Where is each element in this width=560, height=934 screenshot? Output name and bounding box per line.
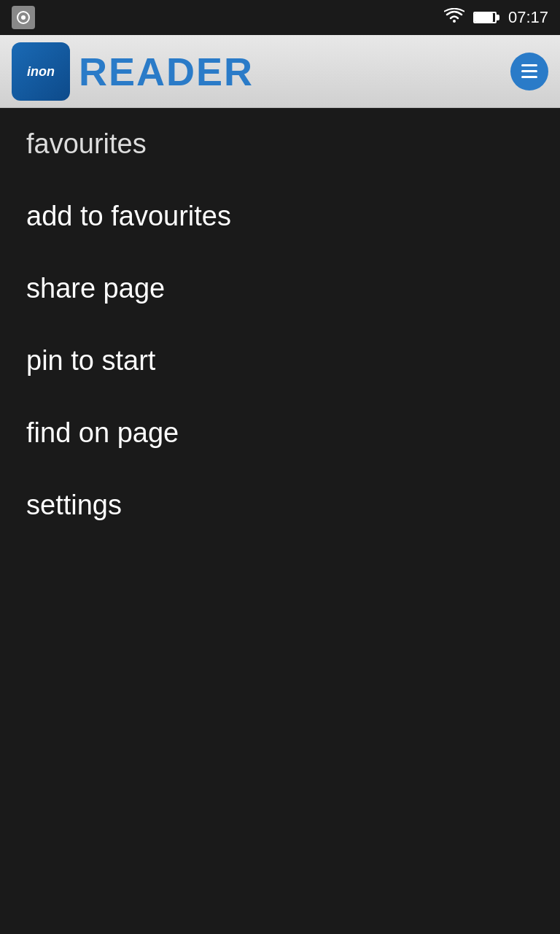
main-content: All articles 1000+ Favorites [0, 108, 560, 429]
app-title: READER [79, 49, 254, 94]
menu-item-share-page[interactable]: share page [0, 252, 560, 325]
menu-item-settings[interactable]: settings [0, 469, 560, 541]
app-header: inon READER [0, 35, 560, 108]
battery-icon [473, 12, 497, 23]
menu-item-pin-to-start[interactable]: pin to start [0, 325, 560, 397]
dropdown-overlay: favourites add to favourites share page … [0, 108, 560, 429]
wifi-icon [444, 8, 464, 28]
app-status-icon [12, 6, 35, 29]
status-time: 07:17 [508, 8, 548, 27]
status-bar: 07:17 [0, 0, 560, 35]
status-icons: 07:17 [444, 8, 548, 28]
svg-point-1 [21, 15, 26, 20]
status-left [12, 6, 35, 29]
header-menu-button[interactable] [510, 53, 548, 90]
logo-icon-text: inon [27, 65, 55, 78]
app-logo: inon READER [12, 42, 254, 101]
menu-item-find-on-page[interactable]: find on page [0, 397, 560, 469]
menu-item-add-to-favourites[interactable]: add to favourites [0, 180, 560, 252]
hamburger-icon [521, 64, 537, 78]
logo-icon: inon [12, 42, 70, 101]
menu-item-favourites[interactable]: favourites [0, 108, 560, 180]
